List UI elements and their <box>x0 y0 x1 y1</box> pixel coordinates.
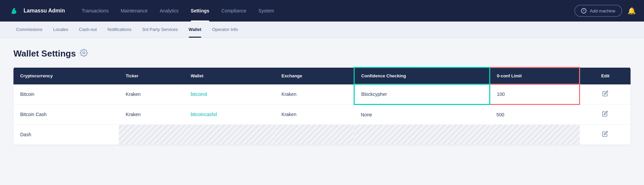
sub-navigation: Commissions Locales Cash-out Notificatio… <box>0 22 644 38</box>
subnav-commissions[interactable]: Commissions <box>11 22 48 38</box>
th-zeroconf: 0-conf Limit <box>490 68 579 84</box>
subnav-wallet[interactable]: Wallet <box>183 22 207 38</box>
th-exchange: Exchange <box>275 68 354 84</box>
th-confidence: Confidence Checking <box>354 68 490 84</box>
nav-right: Add machine 🔔 <box>574 5 636 17</box>
td-zeroconf-bitcoin: 100 <box>490 84 579 105</box>
edit-icon <box>602 111 608 117</box>
td-exchange-dash <box>275 124 354 145</box>
td-ticker-dash <box>119 124 184 145</box>
nav-compliance[interactable]: Compliance <box>215 0 252 22</box>
wallet-settings-table: Cryptocurrency Ticker Wallet Exchange Co… <box>13 67 631 145</box>
th-ticker: Ticker <box>119 68 184 84</box>
table-header-row: Cryptocurrency Ticker Wallet Exchange Co… <box>13 68 631 84</box>
nav-settings[interactable]: Settings <box>185 0 215 22</box>
nav-transactions[interactable]: Transactions <box>76 0 115 22</box>
td-wallet-bitcoin: bitcoind <box>184 84 275 105</box>
bell-icon[interactable]: 🔔 <box>628 7 636 15</box>
td-confidence-bitcoincash: None <box>354 104 490 124</box>
logo-area: Lamassu Admin <box>8 5 65 17</box>
subnav-notifications[interactable]: Notifications <box>102 22 137 38</box>
nav-analytics[interactable]: Analytics <box>154 0 185 22</box>
edit-icon <box>602 131 608 137</box>
td-ticker-bitcoincash: Kraken <box>119 104 184 124</box>
logo-icon <box>8 5 20 17</box>
td-ticker-bitcoin: Kraken <box>119 84 184 105</box>
td-exchange-bitcoin: Kraken <box>275 84 354 105</box>
nav-maintenance[interactable]: Maintenance <box>115 0 154 22</box>
td-zeroconf-bitcoincash: 500 <box>490 104 579 124</box>
th-cryptocurrency: Cryptocurrency <box>13 68 119 84</box>
td-edit-bitcoin[interactable] <box>580 84 631 105</box>
top-navigation: Lamassu Admin Transactions Maintenance A… <box>0 0 644 22</box>
subnav-locales[interactable]: Locales <box>48 22 74 38</box>
add-machine-button[interactable]: Add machine <box>574 5 622 17</box>
logo-text: Lamassu Admin <box>24 8 65 14</box>
table-row: Dash <box>13 124 631 145</box>
th-edit: Edit <box>580 68 631 84</box>
page-title-area: Wallet Settings <box>13 48 631 59</box>
main-content: Wallet Settings Cryptocurrency Ticker Wa… <box>0 38 644 155</box>
table-row: Bitcoin Cash Kraken bitcoincashd Kraken … <box>13 104 631 124</box>
nav-system[interactable]: System <box>252 0 280 22</box>
th-wallet: Wallet <box>184 68 275 84</box>
gear-icon <box>80 49 88 57</box>
td-confidence-dash <box>354 124 490 145</box>
svg-point-1 <box>83 52 85 54</box>
plus-circle-icon <box>581 8 586 13</box>
subnav-cash-out[interactable]: Cash-out <box>74 22 102 38</box>
td-wallet-dash <box>184 124 275 145</box>
td-edit-bitcoincash[interactable] <box>580 104 631 124</box>
edit-icon <box>602 90 608 97</box>
table-row: Bitcoin Kraken bitcoind Kraken Blockcyph… <box>13 84 631 105</box>
td-cryptocurrency-bitcoin: Bitcoin <box>13 84 119 105</box>
td-cryptocurrency-dash: Dash <box>13 124 119 145</box>
td-wallet-bitcoincash: bitcoincashd <box>184 104 275 124</box>
subnav-3rd-party[interactable]: 3rd Party Services <box>137 22 183 38</box>
td-exchange-bitcoincash: Kraken <box>275 104 354 124</box>
add-machine-label: Add machine <box>590 8 615 13</box>
td-zeroconf-dash <box>490 124 579 145</box>
nav-links: Transactions Maintenance Analytics Setti… <box>76 0 574 22</box>
gear-button[interactable] <box>80 49 88 59</box>
td-edit-dash[interactable] <box>580 124 631 145</box>
td-cryptocurrency-bitcoincash: Bitcoin Cash <box>13 104 119 124</box>
td-confidence-bitcoin: Blockcypher <box>354 84 490 105</box>
subnav-operator-info[interactable]: Operator Info <box>207 22 243 38</box>
page-title: Wallet Settings <box>13 48 76 59</box>
